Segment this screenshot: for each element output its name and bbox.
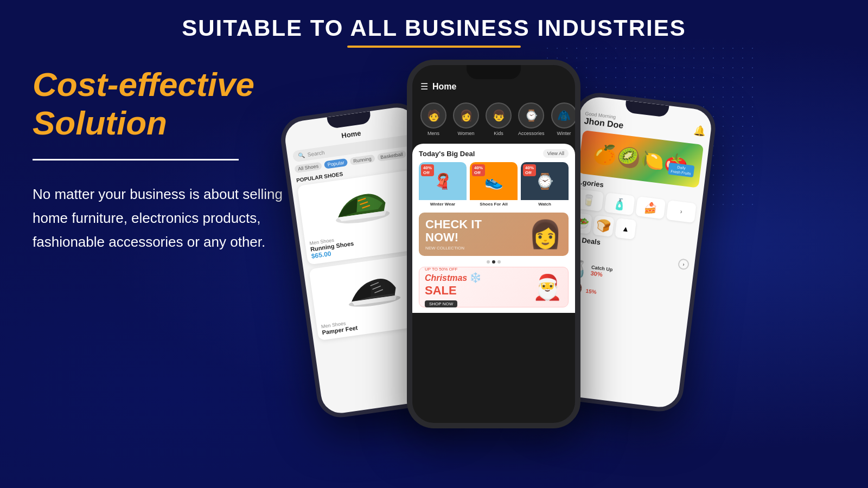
heading-line1: Cost-effective [33, 66, 254, 103]
category-kids[interactable]: 👦 Kids [486, 102, 512, 136]
search-icon: 🔍 [298, 152, 305, 159]
banner-dots [419, 260, 569, 264]
cat-extra-2[interactable]: 🍞 [592, 215, 614, 237]
center-content: ☰ Home 🧑 Mens 👩 Women 👦 Kids ⌚ [412, 65, 575, 423]
dot-3 [497, 260, 501, 264]
deals-header: Today's Big Deal View All [419, 149, 569, 158]
category-circle-winter: 🧥 [551, 102, 575, 129]
hamburger-icon: ☰ [420, 81, 428, 92]
category-circle-mens: 🧑 [420, 102, 446, 129]
discount-circle: › [678, 258, 690, 270]
phone-center: ☰ Home 🧑 Mens 👩 Women 👦 Kids ⌚ [407, 60, 580, 428]
category-label-winter: Winter [557, 131, 571, 136]
main-heading: Cost-effective Solution [33, 65, 304, 143]
deal-card-winter[interactable]: 🧣 40%Off Winter Wear [419, 162, 467, 208]
deal-card-watch[interactable]: ⌚ 40%Off Watch [521, 162, 569, 208]
search-placeholder: Search [307, 150, 325, 158]
dot-2 [492, 260, 495, 264]
tag-popular[interactable]: Popular [324, 158, 348, 169]
chips-discount: 15% [585, 288, 685, 306]
xmas-person: 🎅 [532, 273, 563, 301]
promo-banner: CHECK IT NOW! NEW COLLECTION 👩 [419, 213, 569, 256]
banner-line1: CHECK IT [425, 218, 482, 231]
category-label-accessories: Accessories [518, 131, 545, 136]
page-title: SUITABLE TO ALL BUSINESS INDUSTRIES [0, 15, 868, 41]
deal-label-winter: Winter Wear [419, 200, 467, 208]
deals-section: Today's Big Deal View All 🧣 40%Off Winte… [412, 144, 575, 313]
cat-extra-triangle[interactable]: ▲ [615, 218, 636, 240]
category-label-kids: Kids [494, 131, 503, 136]
cat-item-3[interactable]: 🍰 [635, 196, 666, 219]
category-winter[interactable]: 🧥 Winter [551, 102, 575, 136]
divider [33, 159, 239, 160]
bell-icon: 🔔 [693, 124, 706, 138]
deal-label-shoes: Shoes For All [470, 200, 518, 208]
fruits-image: 🍊🥝🍋🍅 [578, 130, 704, 188]
banner-line2: NOW! [425, 231, 482, 244]
xmas-small-text: UP TO 50% OFF [425, 267, 528, 272]
page-header: SUITABLE TO ALL BUSINESS INDUSTRIES [0, 0, 868, 53]
tag-running[interactable]: Running [349, 155, 375, 165]
view-all-button[interactable]: View All [543, 149, 569, 158]
center-home-title: Home [432, 82, 456, 92]
heading-line2: Solution [33, 104, 167, 142]
deals-title: Today's Big Deal [419, 150, 475, 158]
left-section: Cost-effective Solution No matter your b… [33, 65, 304, 254]
category-circle-accessories: ⌚ [518, 102, 544, 129]
category-circle-women: 👩 [453, 102, 479, 129]
banner-person: 👩 [528, 219, 562, 250]
category-women[interactable]: 👩 Women [453, 102, 479, 136]
deal-card-shoes[interactable]: 👟 40%Off Shoes For All [470, 162, 518, 208]
tag-all-shoes[interactable]: All Shoes [294, 162, 322, 173]
category-row: 🧑 Mens 👩 Women 👦 Kids ⌚ Accessories 🧥 [412, 98, 575, 143]
tag-basketball[interactable]: Basketball [376, 150, 406, 162]
dot-1 [487, 260, 490, 264]
category-circle-kids: 👦 [486, 102, 512, 129]
deals-grid: 🧣 40%Off Winter Wear 👟 40%Off Shoes For … [419, 162, 569, 208]
shop-now-btn[interactable]: SHOP NOW [425, 300, 457, 307]
deal-label-watch: Watch [521, 200, 569, 208]
xmas-sale-text: SALE [425, 284, 528, 298]
category-mens[interactable]: 🧑 Mens [420, 102, 446, 136]
cat-item-2[interactable]: 🧴 [604, 192, 635, 215]
header-underline [347, 46, 521, 48]
xmas-title: Christmas [425, 273, 467, 283]
phone-center-notch [467, 65, 521, 79]
category-label-mens: Mens [427, 131, 439, 136]
xmas-banner: UP TO 50% OFF Christmas ❄️ SALE SHOP NOW… [419, 267, 569, 307]
description-text: No matter your business is about selling… [33, 182, 304, 254]
category-accessories[interactable]: ⌚ Accessories [518, 102, 545, 136]
phones-container: Home 🔍 Search All Shoes Popular Running … [282, 43, 868, 488]
chips-info: 15% [585, 288, 685, 306]
deal-badge-winter: 40%Off [421, 164, 434, 176]
cat-item-arrow[interactable]: › [666, 200, 697, 223]
deal-badge-shoes: 40%Off [472, 164, 485, 176]
xmas-text: UP TO 50% OFF Christmas ❄️ SALE SHOP NOW [425, 267, 528, 307]
category-label-women: Women [458, 131, 475, 136]
deal-badge-watch: 40%Off [523, 164, 536, 176]
banner-sub: NEW COLLECTION [425, 246, 482, 251]
snowflake-icon: ❄️ [469, 272, 481, 284]
